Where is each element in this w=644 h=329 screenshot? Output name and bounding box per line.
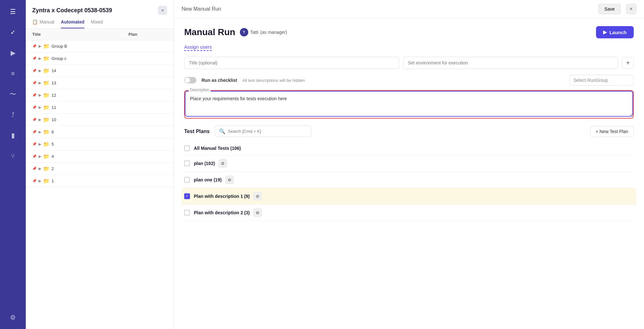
row-cell: 📌 ▶ 📁 13: [32, 80, 128, 86]
row-cell: 📌 ▶ 📁 5: [32, 141, 128, 147]
description-label: Description: [189, 88, 211, 92]
chevron-right-icon[interactable]: ▶: [39, 167, 41, 171]
left-panel: Zyntra x Codecept 0538-0539 × 📋 Manual A…: [26, 0, 174, 329]
plan-checkbox-plan[interactable]: [184, 160, 190, 166]
close-top-button[interactable]: ×: [626, 4, 636, 14]
folder-icon: 📁: [43, 92, 50, 98]
pin-icon: 📌: [32, 69, 37, 73]
chevron-right-icon[interactable]: ▶: [39, 44, 41, 48]
plan-desc-1-gear-button[interactable]: ⚙: [253, 192, 262, 200]
table-row[interactable]: 📌 ▶ 📁 11: [26, 102, 174, 114]
rungroup-select[interactable]: Select RunGroup: [569, 75, 634, 86]
folder-icon: 📁: [43, 55, 50, 62]
new-test-plan-button[interactable]: + New Test Plan: [590, 126, 634, 137]
plan-item-plan-one: plan one (19) ⚙: [184, 172, 634, 188]
table-row[interactable]: 📌 ▶ 📁 6: [26, 126, 174, 138]
tab-automated-label: Automated: [61, 19, 84, 24]
launch-button[interactable]: ▶ Launch: [596, 26, 634, 38]
inputs-row: +: [184, 57, 634, 69]
row-title: 12: [52, 93, 56, 98]
fork-icon[interactable]: ⑂: [7, 150, 19, 162]
play-icon[interactable]: ▶: [7, 47, 19, 59]
line-chart-icon[interactable]: 〜: [7, 88, 19, 100]
header-plan: Plan: [128, 32, 167, 37]
row-title: 10: [52, 117, 56, 122]
row-title: 6: [52, 130, 54, 134]
checklist-description: All test descriptions will be hidden: [242, 78, 305, 83]
plan-name-all: All Manual Tests (106): [194, 146, 241, 151]
folder-icon: 📁: [43, 141, 50, 147]
chevron-right-icon[interactable]: ▶: [39, 93, 41, 97]
checklist-toggle[interactable]: [184, 77, 196, 83]
table-row[interactable]: 📌 ▶ 📁 14: [26, 65, 174, 77]
options-row: Run as checklist All test descriptions w…: [184, 75, 634, 86]
folder-icon: 📁: [43, 117, 50, 123]
tab-mixed[interactable]: Mixed: [91, 19, 103, 28]
export-icon[interactable]: ⤴: [7, 109, 19, 121]
check-icon[interactable]: ✓: [7, 26, 19, 38]
chevron-right-icon[interactable]: ▶: [39, 118, 41, 122]
plan-checkbox-all[interactable]: [184, 145, 190, 151]
search-input[interactable]: [228, 129, 307, 134]
plan-name-plan: plan (102): [194, 161, 215, 166]
plan-gear-button[interactable]: ⚙: [219, 159, 227, 168]
manual-tab-icon: 📋: [32, 19, 38, 24]
title-input[interactable]: [184, 57, 399, 69]
panel-header: Zyntra x Codecept 0538-0539 ×: [26, 0, 174, 15]
form-area: Manual Run T Tatti (as manager) ▶ Launch…: [174, 18, 644, 329]
plan-checkbox-plan-one[interactable]: [184, 177, 190, 183]
plan-checkbox-desc-1[interactable]: [184, 193, 190, 199]
chevron-right-icon[interactable]: ▶: [39, 56, 41, 61]
assign-users-link[interactable]: Assign users: [184, 44, 212, 51]
table-row[interactable]: 📌 ▶ 📁 Group c: [26, 53, 174, 65]
description-textarea[interactable]: Place your requirements for tests execut…: [185, 91, 633, 117]
gear-icon[interactable]: ⚙: [7, 312, 19, 323]
row-cell: 📌 ▶ 📁 1: [32, 178, 128, 184]
chevron-right-icon[interactable]: ▶: [39, 142, 41, 146]
pin-icon: 📌: [32, 167, 37, 171]
tree-table: Title Plan 📌 ▶ 📁 Group B 📌 ▶ 📁 Group c 📌…: [26, 29, 174, 329]
hamburger-icon[interactable]: ☰: [7, 6, 19, 17]
list-icon[interactable]: ≡: [7, 68, 19, 79]
folder-icon: 📁: [43, 166, 50, 172]
plan-desc-2-gear-button[interactable]: ⚙: [253, 208, 262, 217]
launch-label: Launch: [610, 30, 627, 35]
plan-checkbox-desc-2[interactable]: [184, 210, 190, 216]
pin-icon: 📌: [32, 105, 37, 110]
table-row[interactable]: 📌 ▶ 📁 Group B: [26, 40, 174, 53]
table-row[interactable]: 📌 ▶ 📁 5: [26, 138, 174, 150]
plan-one-gear-button[interactable]: ⚙: [225, 176, 234, 184]
pin-icon: 📌: [32, 130, 37, 134]
panel-close-button[interactable]: ×: [158, 6, 167, 15]
tabs-row: 📋 Manual Automated Mixed: [26, 15, 174, 29]
chevron-right-icon[interactable]: ▶: [39, 81, 41, 85]
row-cell: 📌 ▶ 📁 12: [32, 92, 128, 98]
folder-icon: 📁: [43, 68, 50, 74]
pin-icon: 📌: [32, 179, 37, 183]
plan-name-desc-2: Plan with description 2 (3): [194, 210, 250, 215]
table-row[interactable]: 📌 ▶ 📁 2: [26, 163, 174, 175]
pin-icon: 📌: [32, 142, 37, 146]
tab-automated[interactable]: Automated: [61, 19, 84, 28]
table-row[interactable]: 📌 ▶ 📁 4: [26, 150, 174, 163]
search-box[interactable]: 🔍: [215, 126, 311, 137]
plan-name-desc-1: Plan with description 1 (9): [194, 194, 250, 199]
project-title: Zyntra x Codecept 0538-0539: [32, 7, 154, 14]
bar-chart-icon[interactable]: ▮: [7, 130, 19, 141]
chevron-right-icon[interactable]: ▶: [39, 154, 41, 159]
row-title: 14: [52, 68, 56, 73]
table-row[interactable]: 📌 ▶ 📁 1: [26, 175, 174, 187]
table-row[interactable]: 📌 ▶ 📁 13: [26, 77, 174, 89]
tab-manual[interactable]: 📋 Manual: [32, 19, 54, 28]
table-row[interactable]: 📌 ▶ 📁 12: [26, 89, 174, 102]
chevron-right-icon[interactable]: ▶: [39, 69, 41, 73]
row-cell: 📌 ▶ 📁 10: [32, 117, 128, 123]
save-button[interactable]: Save: [598, 4, 621, 14]
chevron-right-icon[interactable]: ▶: [39, 179, 41, 183]
top-bar-title: New Manual Run: [182, 6, 593, 12]
add-environment-button[interactable]: +: [622, 57, 634, 69]
environment-input[interactable]: [403, 57, 618, 69]
chevron-right-icon[interactable]: ▶: [39, 105, 41, 110]
table-row[interactable]: 📌 ▶ 📁 10: [26, 114, 174, 126]
chevron-right-icon[interactable]: ▶: [39, 130, 41, 134]
